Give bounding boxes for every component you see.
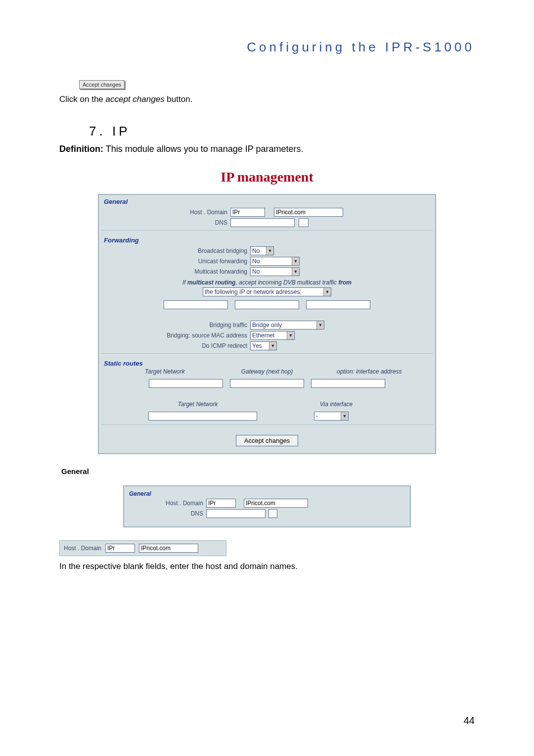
bridging-traffic-label: Bridging traffic bbox=[99, 322, 250, 329]
general-mini-panel: General Host . Domain DNS bbox=[123, 485, 411, 527]
intro-text: Click on the accept changes button. bbox=[59, 93, 475, 106]
intro-em: accept changes bbox=[106, 94, 165, 104]
route2-via-select[interactable]: -▼ bbox=[314, 412, 349, 421]
chevron-down-icon: ▼ bbox=[341, 412, 348, 420]
bridging-mac-select[interactable]: Ethernet▼ bbox=[250, 331, 295, 340]
forwarding-heading: Forwarding bbox=[99, 234, 435, 245]
mini-dns-label: DNS bbox=[129, 510, 206, 517]
mcast-addr-input-1[interactable] bbox=[164, 300, 228, 309]
multicast-address-inputs bbox=[99, 300, 435, 309]
route-target-input[interactable] bbox=[149, 379, 223, 388]
host-domain-label: Host . Domain bbox=[99, 209, 230, 216]
strip-label: Host . Domain bbox=[64, 545, 101, 552]
definition-label: Definition: bbox=[59, 144, 103, 154]
definition-line: Definition: This module allows you to ma… bbox=[59, 144, 475, 154]
ip-management-panel: General Host . Domain DNS Forwarding Bro… bbox=[98, 194, 436, 454]
section-number: 7. IP bbox=[89, 124, 475, 139]
host-input[interactable] bbox=[230, 208, 265, 217]
general-heading: General bbox=[99, 195, 435, 206]
strip-domain-input[interactable] bbox=[139, 544, 198, 553]
note-mid: , accept incoming DVB multicast traffic bbox=[235, 279, 338, 286]
from-addresses-label: the following IP or network adresses: bbox=[203, 288, 303, 295]
mcast-addr-input-2[interactable] bbox=[235, 300, 299, 309]
chevron-down-icon: ▼ bbox=[323, 288, 331, 296]
mini-domain-input[interactable] bbox=[244, 499, 308, 508]
bridging-mac-value: Ethernet bbox=[251, 332, 276, 339]
domain-input[interactable] bbox=[274, 208, 343, 217]
col-option: option: interface address bbox=[318, 368, 420, 375]
panel-title: IP management bbox=[59, 169, 475, 185]
chevron-down-icon: ▼ bbox=[266, 247, 273, 255]
route2-via-value: - bbox=[314, 413, 319, 420]
multicast-select[interactable]: No▼ bbox=[250, 267, 300, 276]
broadcast-select[interactable]: No▼ bbox=[250, 246, 274, 255]
closing-text: In the respective blank fields, enter th… bbox=[59, 560, 475, 573]
chevron-down-icon: ▼ bbox=[292, 268, 299, 276]
page-number: 44 bbox=[464, 715, 475, 726]
unicast-value: No bbox=[251, 258, 261, 265]
bridging-mac-label: Bridging: source MAC address bbox=[99, 332, 250, 339]
note-pre: If bbox=[182, 279, 187, 286]
page-title: Configuring the IPR-S1000 bbox=[59, 40, 475, 55]
icmp-label: Do ICMP redirect bbox=[99, 342, 250, 349]
intro-post: button. bbox=[165, 94, 193, 104]
broadcast-value: No bbox=[251, 247, 261, 254]
from-addresses-select[interactable]: the following IP or network adresses:▼ bbox=[203, 287, 331, 296]
note-strong: from bbox=[338, 279, 352, 286]
col-target: Target Network bbox=[114, 368, 216, 375]
multicast-value: No bbox=[251, 268, 261, 275]
note-em: multicast routing bbox=[187, 279, 235, 286]
accept-changes-button[interactable]: Accept changes bbox=[236, 435, 299, 446]
col-target-2: Target Network bbox=[129, 401, 267, 408]
multicast-note: If multicast routing, accept incoming DV… bbox=[99, 279, 435, 286]
dns-input-2[interactable] bbox=[299, 218, 309, 227]
static-routes-heading: Static routes bbox=[99, 357, 435, 368]
icmp-select[interactable]: Yes▼ bbox=[250, 341, 277, 350]
col-via: Via interface bbox=[267, 401, 405, 408]
multicast-label: Multicast forwarding bbox=[99, 268, 250, 275]
route-option-input[interactable] bbox=[311, 379, 385, 388]
dns-label: DNS bbox=[99, 219, 230, 226]
chevron-down-icon: ▼ bbox=[292, 257, 299, 265]
strip-host-input[interactable] bbox=[105, 544, 135, 553]
host-domain-strip: Host . Domain bbox=[59, 540, 226, 556]
mini-dns-input-1[interactable] bbox=[206, 509, 266, 518]
intro-pre: Click on the bbox=[59, 94, 106, 104]
dns-input-1[interactable] bbox=[230, 218, 295, 227]
mini-dns-input-2[interactable] bbox=[268, 509, 277, 518]
unicast-label: Unicast forwarding bbox=[99, 258, 250, 265]
accept-changes-chip: Accept changes bbox=[79, 80, 125, 89]
col-gateway: Gateway (next hop) bbox=[216, 368, 318, 375]
mcast-addr-input-3[interactable] bbox=[306, 300, 370, 309]
chevron-down-icon: ▼ bbox=[269, 342, 276, 350]
chevron-down-icon: ▼ bbox=[287, 331, 294, 339]
unicast-select[interactable]: No▼ bbox=[250, 257, 300, 266]
mini-host-domain-label: Host . Domain bbox=[129, 500, 206, 507]
mini-host-input[interactable] bbox=[206, 499, 236, 508]
chevron-down-icon: ▼ bbox=[316, 321, 324, 329]
definition-text: This module allows you to manage IP para… bbox=[103, 144, 304, 154]
bridging-traffic-value: Bridge only bbox=[251, 322, 283, 329]
broadcast-label: Broadcast bridging bbox=[99, 247, 250, 254]
general-subsection-heading: General bbox=[61, 467, 475, 475]
icmp-value: Yes bbox=[251, 342, 264, 349]
route-gateway-input[interactable] bbox=[230, 379, 304, 388]
route2-target-input[interactable] bbox=[148, 412, 257, 421]
bridging-traffic-select[interactable]: Bridge only▼ bbox=[250, 321, 324, 330]
mini-general-heading: General bbox=[129, 490, 406, 497]
